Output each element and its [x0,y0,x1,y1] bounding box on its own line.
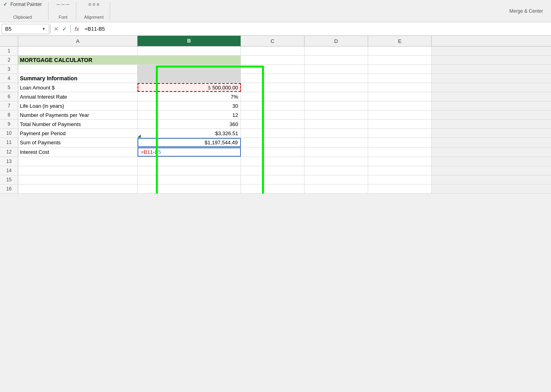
cell-a13[interactable] [18,157,138,166]
cell-c5[interactable] [241,83,305,92]
cell-c1[interactable] [241,47,305,55]
cell-d11[interactable] [305,138,368,147]
cell-b15[interactable] [138,175,241,184]
row-num-11: 11 [0,138,18,147]
cell-e8[interactable] [368,111,432,119]
col-header-a[interactable]: A [18,36,138,46]
cell-b14[interactable] [138,166,241,175]
formula-bar: B5 ▼ ✕ ✓ fx [0,22,551,36]
cell-b8[interactable]: 12 [138,111,241,119]
table-row: 9 Total Number of Payments 360 [0,120,551,129]
cell-d16[interactable] [305,184,368,193]
cell-d8[interactable] [305,111,368,119]
cell-c14[interactable] [241,166,305,175]
cell-a6[interactable]: Annual Interest Rate [18,92,138,101]
cell-c16[interactable] [241,184,305,193]
format-painter-btn[interactable]: ✓ Format Painter [3,2,42,7]
col-header-b[interactable]: B [138,36,241,46]
cell-a10[interactable]: Payment per Period [18,129,138,138]
cell-e5[interactable] [368,83,432,92]
cell-b9[interactable]: 360 [138,120,241,128]
cell-b2[interactable] [138,56,241,64]
cell-a2[interactable]: MORTGAGE CALCULATOR [18,56,138,64]
cell-e2[interactable] [368,56,432,64]
cell-d3[interactable] [305,65,368,74]
cell-a12[interactable]: Interest Cost [18,147,138,157]
cell-a7[interactable]: Life Loan (in years) [18,101,138,110]
cell-d13[interactable] [305,157,368,166]
cell-c4[interactable] [241,74,305,83]
confirm-formula-icon[interactable]: ✓ [62,25,67,33]
checkmark-icon: ✓ [3,2,7,7]
cell-e1[interactable] [368,47,432,55]
cell-d5[interactable] [305,83,368,92]
cell-d9[interactable] [305,120,368,128]
cancel-formula-icon[interactable]: ✕ [54,25,59,33]
cell-c7[interactable] [241,101,305,110]
cell-b10[interactable]: $3,326.51 [138,129,241,138]
cell-a8[interactable]: Number of Payments per Year [18,111,138,119]
cell-a9[interactable]: Total Number of Payments [18,120,138,128]
cell-d15[interactable] [305,175,368,184]
formula-b5-ref: B5 [155,149,161,155]
cell-e15[interactable] [368,175,432,184]
col-header-d[interactable]: D [305,36,368,46]
cell-e6[interactable] [368,92,432,101]
cell-c6[interactable] [241,92,305,101]
cell-a11[interactable]: Sum of Payments [18,138,138,147]
cell-c2[interactable] [241,56,305,64]
cell-d10[interactable] [305,129,368,138]
cell-c8[interactable] [241,111,305,119]
cell-e7[interactable] [368,101,432,110]
cell-e10[interactable] [368,129,432,138]
cell-b4[interactable] [138,74,241,83]
cell-d2[interactable] [305,56,368,64]
cell-c3[interactable] [241,65,305,74]
col-header-e[interactable]: E [368,36,432,46]
cell-e13[interactable] [368,157,432,166]
cell-a4[interactable]: Summary Information [18,74,138,83]
cell-e11[interactable] [368,138,432,147]
cell-e12[interactable] [368,147,432,157]
formula-input[interactable] [82,24,549,34]
cell-reference-box[interactable]: B5 ▼ [2,24,49,34]
cell-a15[interactable] [18,175,138,184]
cell-a16[interactable] [18,184,138,193]
cell-b12[interactable]: =B11-B5 [138,147,241,157]
cell-b1[interactable] [138,47,241,55]
cell-e14[interactable] [368,166,432,175]
summary-info-label: Summary Information [20,75,78,82]
cell-d7[interactable] [305,101,368,110]
cell-b11[interactable]: $1,197,544.49 [138,138,241,147]
table-row: 2 MORTGAGE CALCULATOR [0,56,551,65]
cell-e9[interactable] [368,120,432,128]
cell-c13[interactable] [241,157,305,166]
cell-d4[interactable] [305,74,368,83]
cell-b5[interactable]: $ 500,000.00 [138,83,241,92]
cell-b13[interactable] [138,157,241,166]
cell-b6[interactable]: 7% [138,92,241,101]
cell-d1[interactable] [305,47,368,55]
annual-interest-value: 7% [231,94,238,100]
cell-ref-dropdown[interactable]: ▼ [42,27,46,31]
cell-d12[interactable] [305,147,368,157]
cell-b3[interactable] [138,65,241,74]
cell-a3[interactable] [18,65,138,74]
cell-c10[interactable] [241,129,305,138]
cell-c12[interactable] [241,147,305,157]
cell-a1[interactable] [18,47,138,55]
cell-d14[interactable] [305,166,368,175]
cell-c11[interactable] [241,138,305,147]
cell-e4[interactable] [368,74,432,83]
font-group: ─ ─ ─ Font [56,2,76,20]
col-header-c[interactable]: C [241,36,305,46]
cell-a5[interactable]: Loan Amount $ [18,83,138,92]
cell-e16[interactable] [368,184,432,193]
cell-a14[interactable] [18,166,138,175]
cell-c15[interactable] [241,175,305,184]
cell-d6[interactable] [305,92,368,101]
cell-e3[interactable] [368,65,432,74]
cell-b7[interactable]: 30 [138,101,241,110]
cell-b16[interactable] [138,184,241,193]
cell-c9[interactable] [241,120,305,128]
